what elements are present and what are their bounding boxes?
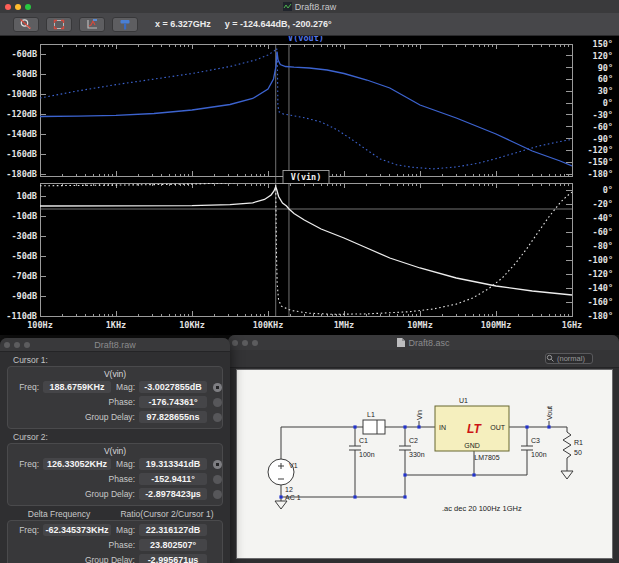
zoom-area-button[interactable] <box>46 17 72 32</box>
cursor2-box: V(vin) Freq: 126.33052KHz Mag: 19.313341… <box>7 443 223 506</box>
cursor1-phase-radio[interactable] <box>213 398 222 407</box>
axis-tick-label: -160dB <box>6 149 37 159</box>
cursor-window: Draft8.raw Cursor 1: V(vin) Freq: 188.67… <box>0 338 230 563</box>
v1-ac-value: AC 1 <box>285 494 301 501</box>
cursor2-section-label: Cursor 2: <box>13 432 230 442</box>
x-axis-label: 1KHz <box>106 320 126 330</box>
cursor2-mag-radio[interactable] <box>213 460 222 469</box>
axis-tick-label: -40° <box>593 213 613 223</box>
raw-file-icon <box>283 2 292 11</box>
trace-vin-magnitude <box>40 187 572 295</box>
axis-tick-label: -10dB <box>11 211 37 221</box>
component-l1[interactable]: L1 <box>363 411 385 434</box>
delta-phase-row: Phase: 23.802507° <box>13 538 217 553</box>
v1-value: 12 <box>285 486 293 493</box>
cursor2-group-delay-value[interactable]: -2.8978423µs <box>139 488 207 500</box>
component-c3[interactable] <box>521 446 533 450</box>
plot-settings-icon <box>85 18 99 31</box>
axis-tick-label: -120° <box>587 269 613 279</box>
axis-tick-label: -140° <box>587 283 613 293</box>
pane-V(vout): -60dB-80dB-100dB-120dB-140dB-160dB-180dB… <box>6 39 613 179</box>
component-c2[interactable] <box>399 446 411 450</box>
c1-name: C1 <box>359 437 368 444</box>
trace-vout-phase <box>40 48 572 169</box>
axis-tick-label: 30° <box>598 86 613 96</box>
magnifier-slash-icon <box>19 18 33 31</box>
zoom-back-button[interactable] <box>13 17 39 32</box>
cursor2-group-delay-radio[interactable] <box>213 490 222 499</box>
cursor2-phase-radio[interactable] <box>213 475 222 484</box>
axis-tick-label: -30dB <box>11 231 37 241</box>
axis-tick-label: -70dB <box>11 271 37 281</box>
u1-pin-out: OUT <box>490 424 506 431</box>
zoom-box-icon <box>52 18 66 31</box>
axis-tick-label: 120° <box>593 51 613 61</box>
cursor2-group-delay-row: Group Delay: -2.8978423µs <box>13 487 217 502</box>
axis-tick-label: -150° <box>587 157 613 167</box>
component-v1[interactable]: V1 12 AC 1 <box>268 459 301 501</box>
control-panel-button[interactable] <box>112 17 138 32</box>
x-axis-label: 100MHz <box>481 320 512 330</box>
cursor2-mag-value[interactable]: 19.313341dB <box>139 458 207 470</box>
ratio-header: Ratio(Cursor 2/Cursor 1) <box>111 509 223 519</box>
component-c1[interactable] <box>349 446 361 450</box>
axis-tick-label: -60° <box>593 227 613 237</box>
cursor1-freq-mag-row: Freq: 188.6759KHz Mag: -3.0027855dB <box>13 380 217 395</box>
cursor1-mag-value[interactable]: -3.0027855dB <box>139 381 207 393</box>
ground-symbol[interactable] <box>561 469 573 479</box>
group-delay-label: Group Delay: <box>13 489 135 499</box>
axis-tick-label: -90dB <box>11 291 37 301</box>
u1-name: U1 <box>459 397 468 404</box>
phase-label: Phase: <box>13 474 135 484</box>
net-label-vin[interactable]: Vin <box>416 410 423 420</box>
cursor2-phase-row: Phase: -152.9411° <box>13 472 217 487</box>
axis-tick-label: 0° <box>603 185 613 195</box>
plot-area[interactable]: -60dB-80dB-100dB-120dB-140dB-160dB-180dB… <box>0 0 619 335</box>
u1-part-number: LM7805 <box>474 454 499 461</box>
delta-mag-value: 22.316127dB <box>139 524 207 536</box>
window-title: Draft8.raw <box>0 340 230 350</box>
delta-frequency-header: Delta Frequency <box>7 509 111 519</box>
axis-tick-label: 150° <box>593 39 613 49</box>
cursor1-phase-value[interactable]: -176.74361° <box>139 396 207 408</box>
schematic-canvas[interactable]: V1 12 AC 1 L1 C1 100n <box>236 369 613 559</box>
search-input[interactable]: (normal) <box>545 353 593 364</box>
cursor-titlebar[interactable]: Draft8.raw <box>0 338 230 352</box>
cursor1-phase-row: Phase: -176.74361° <box>13 395 217 410</box>
group-delay-label: Group Delay: <box>13 412 135 422</box>
pane-V(vin): 10dB-10dB-30dB-50dB-70dB-90dB-110dB0°-20… <box>6 183 613 321</box>
cursor1-group-delay-value[interactable]: 97.828655ns <box>139 411 207 423</box>
net-label-vout[interactable]: Vout <box>546 406 553 420</box>
cursor2-phase-value[interactable]: -152.9411° <box>139 473 207 485</box>
x-axis-label: 100Hz <box>27 320 53 330</box>
cursor1-trace: V(vin) <box>13 369 217 380</box>
mag-label: Mag: <box>13 382 135 392</box>
delta-phase-value: 23.802507° <box>139 539 207 551</box>
plot-settings-button[interactable] <box>79 17 105 32</box>
x-axis-label: 1GHz <box>562 320 582 330</box>
schematic-toolbar: (normal) <box>228 350 619 368</box>
cursor1-section-label: Cursor 1: <box>13 355 230 365</box>
cursor1-group-delay-radio[interactable] <box>213 413 222 422</box>
schematic-titlebar[interactable]: Draft8.asc <box>228 335 619 350</box>
cursor1-mag-radio[interactable] <box>213 383 222 392</box>
pane-title-vin[interactable]: V(vin) <box>291 172 322 182</box>
axis-tick-label: -140dB <box>6 129 37 139</box>
c3-name: C3 <box>531 437 540 444</box>
component-u1[interactable]: U1 IN OUT GND LM7805 LT <box>435 397 509 461</box>
search-placeholder: (normal) <box>557 354 585 363</box>
x-axis-label: 10MHz <box>407 320 433 330</box>
axis-tick-label: -160° <box>587 297 613 307</box>
delta-box: Freq: -62.345373KHz Mag: 22.316127dB Pha… <box>7 520 223 563</box>
component-r1[interactable]: R1 50 <box>563 432 583 458</box>
axis-tick-label: -180° <box>587 311 613 321</box>
wires[interactable] <box>281 421 567 497</box>
mag-label: Mag: <box>13 459 135 469</box>
waveform-titlebar[interactable]: Draft8.raw <box>0 0 619 13</box>
axis-tick-label: -120° <box>587 145 613 155</box>
search-icon <box>546 354 555 363</box>
spice-directive[interactable]: .ac dec 20 100Hz 1GHz <box>442 504 522 513</box>
l1-name: L1 <box>367 411 375 418</box>
r1-value: 50 <box>574 449 582 456</box>
axis-tick-label: -80° <box>593 241 613 251</box>
